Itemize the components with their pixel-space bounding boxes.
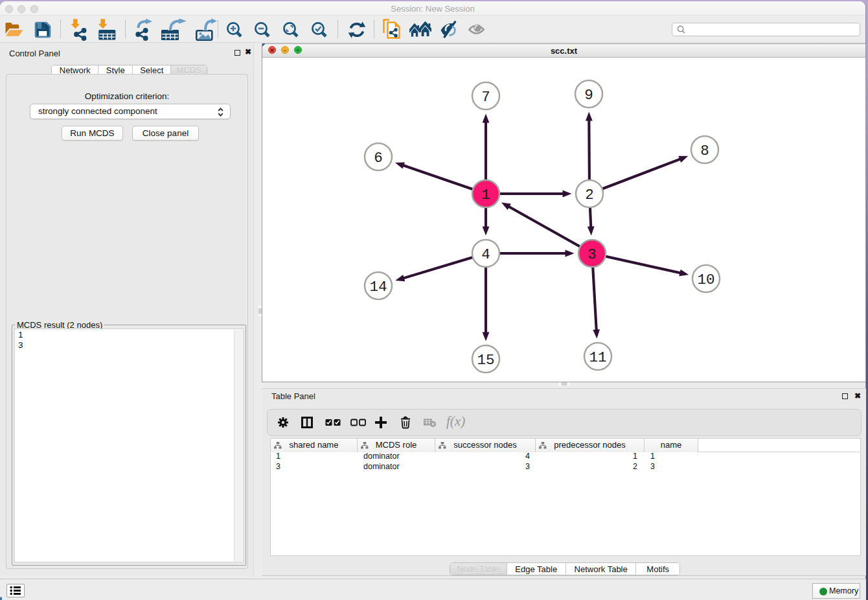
svg-text:2: 2: [585, 187, 594, 203]
svg-text:15: 15: [477, 352, 494, 369]
svg-text:10: 10: [697, 271, 714, 288]
svg-text:9: 9: [584, 87, 593, 104]
svg-text:3: 3: [588, 246, 597, 263]
svg-text:4: 4: [481, 246, 490, 263]
svg-text:1: 1: [481, 187, 490, 203]
svg-text:6: 6: [374, 150, 383, 167]
svg-text:f(x): f(x): [446, 415, 465, 429]
svg-text:8: 8: [700, 143, 709, 159]
svg-text:7: 7: [481, 89, 490, 106]
svg-text:11: 11: [589, 349, 606, 366]
svg-text:14: 14: [369, 279, 387, 295]
